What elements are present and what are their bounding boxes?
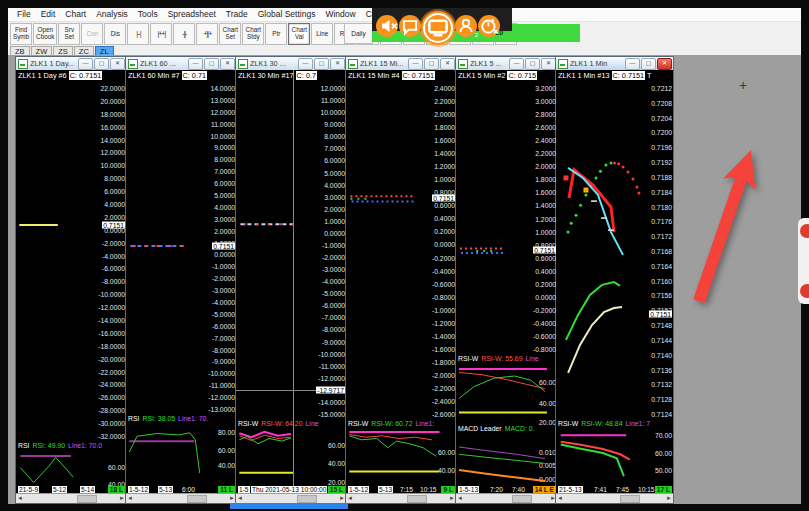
indicator-plot[interactable]	[456, 425, 557, 486]
screen-share-icon[interactable]	[423, 13, 453, 43]
minimize-button[interactable]: —	[408, 58, 423, 70]
scrollbar-thumb[interactable]	[512, 495, 532, 503]
edge-red-dot-icon[interactable]	[800, 224, 809, 238]
price-scale-tick: 13.0000	[210, 96, 235, 103]
menu-tools[interactable]: Tools	[133, 8, 163, 21]
indicator-pane[interactable]: MACD LeaderMACD: 0.0.0100.0050.000	[456, 425, 557, 486]
window-titlebar[interactable]: ZLK1 5 ...—▢✕	[456, 57, 557, 71]
edge-red-dot-icon[interactable]	[800, 284, 809, 298]
maximize-button[interactable]: ▢	[94, 58, 109, 70]
maximize-button[interactable]: ▢	[424, 58, 439, 70]
close-button[interactable]: ✕	[110, 58, 125, 70]
indicator-pane[interactable]: RSI-WRSI-W: 55.69Line60.0040.0020.00	[456, 355, 557, 425]
mute-icon[interactable]	[376, 15, 398, 37]
chart-window-zlk1-30-min-17[interactable]: ZLK1 30 ...—▢✕ZLK1 30 Min #17C: 0.712.00…	[235, 56, 347, 504]
chart-window-zlk1-1-min-13[interactable]: ZLK1 1 Min—▢✕ZLK1 1 Min #13C: 0.7151 T0.…	[555, 56, 674, 504]
pointer-button[interactable]: Ptr	[265, 23, 287, 45]
menu-edit[interactable]: Edit	[36, 8, 61, 21]
indicator-plot[interactable]	[126, 415, 236, 486]
indicator-plot[interactable]	[456, 355, 557, 425]
bar-count-badge: 11 L	[218, 486, 235, 493]
price-scale-tick: -2.2000	[432, 384, 455, 391]
maximize-button[interactable]: ▢	[314, 58, 329, 70]
minimize-button[interactable]: —	[509, 58, 524, 70]
chart-study-button[interactable]: ChartStdy	[242, 23, 264, 45]
price-scale-tick: 11.0000	[321, 97, 345, 104]
indicator-pane[interactable]: RSI-WRSI-W: 48.84Line1: 770.0060.0050.00	[556, 420, 673, 486]
window-titlebar[interactable]: ZLK1 60 ...—▢✕	[126, 57, 236, 71]
indicator-pane[interactable]: RSIRSI: 38.05Line1: 70.80.0060.0040.00	[126, 415, 236, 486]
chart-body[interactable]: ZLK1 1 Day #6C: 0.715122.000020.000018.0…	[16, 70, 126, 503]
daily-button[interactable]: Daily	[344, 23, 373, 44]
close-button[interactable]: ✕	[220, 58, 235, 70]
chart-body[interactable]: ZLK1 1 Min #13C: 0.7151 T0.72120.72080.7…	[556, 70, 673, 503]
chart-settings-button[interactable]: ChartSet	[219, 23, 241, 45]
chart-body[interactable]: ZLK1 60 Min #7C: 0.7114.000013.000012.00…	[126, 70, 236, 503]
menu-window[interactable]: Window	[320, 8, 360, 21]
window-title: ZLK1 5 ...	[470, 59, 508, 68]
bar-spacing-increase-icon[interactable]: |++|	[150, 23, 172, 45]
bar-width-decrease-icon[interactable]: -||-	[173, 23, 195, 45]
price-scale-tick: -1.4000	[432, 332, 455, 339]
close-button[interactable]: ✕	[330, 58, 345, 70]
window-titlebar[interactable]: ZLK1 30 ...—▢✕	[236, 57, 346, 71]
minimize-button[interactable]: —	[188, 58, 203, 70]
disconnect-button[interactable]: Dis	[104, 23, 126, 45]
close-button[interactable]: ✕	[440, 58, 455, 70]
connect-button[interactable]: Con	[81, 23, 103, 45]
maximize-button[interactable]: ▢	[641, 58, 656, 70]
menu-spreadsheet[interactable]: Spreadsheet	[163, 8, 221, 21]
price-scale-tick: -1.2000	[432, 319, 455, 326]
scrollbar-thumb[interactable]	[620, 495, 640, 503]
chart-body[interactable]: ZLK1 30 Min #17C: 0.712.000011.000010.00…	[236, 70, 346, 503]
find-symbol-button[interactable]: FindSymb	[10, 23, 32, 45]
close-button[interactable]: ✕	[541, 58, 556, 70]
price-scale-tick: 2.4000	[535, 137, 556, 144]
scrollbar-thumb[interactable]	[187, 495, 207, 503]
scrollbar-thumb[interactable]	[77, 495, 97, 503]
menu-file[interactable]: File	[12, 8, 36, 21]
minimize-button[interactable]: —	[298, 58, 313, 70]
indicator-label: MACD LeaderMACD: 0.	[458, 425, 538, 432]
indicator-plot[interactable]	[236, 420, 346, 486]
close-button[interactable]: ✕	[657, 58, 672, 70]
chart-window-zlk1-60-min-7[interactable]: ZLK1 60 ...—▢✕ZLK1 60 Min #7C: 0.7114.00…	[125, 56, 237, 504]
menu-global-settings[interactable]: Global Settings	[253, 8, 321, 21]
price-scale-tick: 3.0000	[214, 215, 235, 222]
open-chartbook-button[interactable]: OpenCbook	[33, 23, 57, 45]
menu-analysis[interactable]: Analysis	[91, 8, 133, 21]
participants-icon[interactable]: 2	[455, 15, 477, 37]
price-scale-tick: -12.0000	[208, 394, 235, 401]
bar-width-increase-icon[interactable]: +||+	[196, 23, 218, 45]
minimize-button[interactable]: —	[78, 58, 93, 70]
indicator-plot[interactable]	[346, 420, 456, 486]
indicator-pane[interactable]: RSIRSI: 49.90Line1: 70.060.0040.00	[16, 442, 126, 486]
line-tool-button[interactable]: Line	[311, 23, 333, 45]
menu-trade[interactable]: Trade	[221, 8, 253, 21]
chart-body[interactable]: ZLK1 15 Min #4C: 0.71512.40002.20002.000…	[346, 70, 456, 503]
chart-body[interactable]: ZLK1 5 Min #2C: 0.7153.20003.00002.80002…	[456, 70, 557, 503]
chat-icon[interactable]	[399, 15, 421, 37]
window-titlebar[interactable]: ZLK1 15 Mi...—▢✕	[346, 57, 456, 71]
maximize-button[interactable]: ▢	[204, 58, 219, 70]
minimize-button[interactable]: —	[625, 58, 640, 70]
bar-spacing-decrease-icon[interactable]: |--|	[127, 23, 149, 45]
chart-window-zlk1-1-day-6[interactable]: ZLK1 1 Day...—▢✕ZLK1 1 Day #6C: 0.715122…	[15, 56, 127, 504]
x-axis-label: 7:41	[594, 486, 607, 493]
indicator-plot[interactable]	[556, 420, 673, 486]
x-axis: 1-5-125-137:1510:159 L	[346, 485, 456, 496]
window-titlebar[interactable]: ZLK1 1 Day...—▢✕	[16, 57, 126, 71]
window-titlebar[interactable]: ZLK1 1 Min—▢✕	[556, 57, 673, 71]
chart-window-zlk1-5-min-2[interactable]: ZLK1 5 ...—▢✕ZLK1 5 Min #2C: 0.7153.2000…	[455, 56, 558, 504]
chart-values-button[interactable]: ChartVal	[288, 23, 310, 45]
indicator-pane[interactable]: RSI-WRSI-W: 60.72Line1:60.0040.00	[346, 420, 456, 486]
timer-icon[interactable]	[478, 15, 500, 37]
scrollbar-thumb[interactable]	[407, 495, 427, 503]
chart-window-zlk1-15-min-4[interactable]: ZLK1 15 Mi...—▢✕ZLK1 15 Min #4C: 0.71512…	[345, 56, 457, 504]
scrollbar-thumb[interactable]	[297, 495, 317, 503]
server-settings-button[interactable]: SrvSet	[58, 23, 80, 45]
menu-chart[interactable]: Chart	[60, 8, 91, 21]
price-scale-tick: 0.6000	[535, 254, 556, 261]
indicator-pane[interactable]: RSI-WRSI-W: 64.20Line60.0040.0020.00	[236, 420, 346, 486]
maximize-button[interactable]: ▢	[525, 58, 540, 70]
